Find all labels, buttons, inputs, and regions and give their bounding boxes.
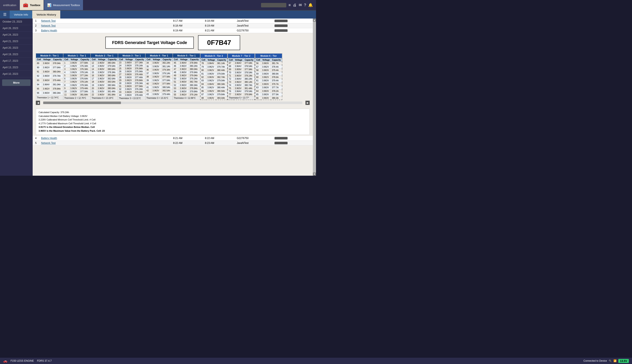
cell-num: 76 bbox=[228, 90, 234, 93]
col-voltage: Voltage bbox=[69, 58, 79, 61]
sidebar-item-3[interactable]: April 21, 2023 bbox=[0, 38, 33, 45]
cell-voltage: 3.963V bbox=[97, 80, 106, 84]
cell-voltage: 3.963V bbox=[124, 64, 134, 67]
cell-voltage: 3.962V bbox=[179, 84, 189, 86]
cell-num: 81 bbox=[200, 72, 206, 76]
col-capacity: Capacity bbox=[52, 58, 63, 61]
sidebar-item-6[interactable]: April 17, 2023 bbox=[0, 58, 33, 64]
modules-container: Module 9 : Tier 1 Cell Voltage Capacity … bbox=[36, 53, 310, 100]
module-row: 6 3.963V 376.6Ah bbox=[64, 77, 90, 80]
scroll-up-btn[interactable]: ▲ bbox=[313, 18, 316, 22]
module-row: 53 3.963V 378.8Ah bbox=[173, 87, 200, 90]
cell-num: 56 bbox=[255, 62, 261, 65]
vehicle-history-tab[interactable]: Vehicle History bbox=[32, 10, 60, 18]
cell-capacity: 382.6Ah bbox=[106, 77, 118, 80]
scroll-left-btn[interactable]: ◀ bbox=[36, 101, 40, 105]
cell-capacity: 380.2Ah bbox=[189, 64, 200, 68]
row-email: __________ bbox=[272, 24, 313, 28]
cell-num: 36 bbox=[146, 68, 152, 72]
scroll-right-btn[interactable]: ▶ bbox=[306, 101, 310, 105]
cell-capacity: 382.2Ah bbox=[161, 61, 172, 65]
cell-voltage: 3.964V bbox=[179, 61, 189, 64]
horizontal-scrollbar[interactable] bbox=[43, 102, 302, 104]
cell-capacity: 378.9Ah bbox=[189, 61, 200, 64]
cell-num: 10 bbox=[64, 90, 70, 93]
col-cell: Cell bbox=[200, 58, 206, 62]
cell-num: 73 bbox=[228, 80, 234, 84]
module-table-1: Module 1 : Tier 1 Cell Voltage Capacity … bbox=[63, 53, 90, 100]
sidebar-item-7[interactable]: April 13, 2023 bbox=[0, 64, 33, 71]
cell-voltage: 3.963V bbox=[179, 77, 189, 80]
cell-voltage: 3.963V bbox=[69, 93, 79, 96]
cell-voltage: 3.962V bbox=[97, 84, 106, 86]
cell-voltage: 3.963V bbox=[42, 91, 52, 95]
stats-section: Calculated Capacity: 379.2Ah Calculated … bbox=[36, 109, 310, 135]
row-test[interactable]: Network Test bbox=[39, 140, 87, 145]
module-row: 35 3.963V 381.1Ah bbox=[146, 65, 173, 68]
bell-icon[interactable]: 🔔 bbox=[308, 3, 313, 7]
cell-num: 69 bbox=[228, 68, 234, 71]
col-voltage: Voltage bbox=[152, 58, 161, 61]
cell-num: 4 bbox=[64, 71, 70, 74]
scroll-down-btn[interactable]: ▼ bbox=[313, 172, 316, 176]
cell-voltage: 3.963V bbox=[124, 76, 134, 79]
sidebar-item-4[interactable]: April 20, 2023 bbox=[0, 45, 33, 51]
cell-voltage: 3.962V bbox=[261, 65, 271, 68]
cell-capacity: 379.4Ah bbox=[161, 92, 172, 96]
sidebar-item-5[interactable]: April 19, 2023 bbox=[0, 51, 33, 58]
row-test[interactable]: Network Test bbox=[39, 18, 87, 24]
cell-capacity: 378.8Ah bbox=[189, 87, 200, 90]
cell-voltage: 3.962V bbox=[179, 74, 189, 77]
cell-voltage: 3.963V bbox=[42, 61, 52, 66]
toolbox-tab[interactable]: 🧰 Toolbox bbox=[20, 0, 44, 10]
measurement-tab[interactable]: 📊 Measurement Toolbox bbox=[44, 0, 83, 10]
module-row: 70 3.963V 378.5Ah bbox=[228, 71, 255, 74]
cell-capacity: 380.4Ah bbox=[216, 68, 227, 72]
print-icon[interactable]: 🖨 bbox=[293, 3, 296, 7]
sidebar-item-0[interactable]: October 23, 2023 bbox=[0, 18, 33, 25]
cell-capacity: 375.9Ah bbox=[134, 70, 145, 73]
cell-num: 87 bbox=[200, 93, 206, 96]
email-icon[interactable]: ✉ bbox=[299, 3, 302, 7]
cell-num: 42 bbox=[146, 89, 152, 93]
vehicle-info-tab[interactable]: Vehicle Info bbox=[10, 10, 32, 18]
cell-capacity: 380.3Ah bbox=[216, 82, 227, 86]
row-spacer bbox=[87, 28, 171, 33]
cell-voltage: 3.959V bbox=[234, 68, 244, 71]
row-test[interactable]: Network Test bbox=[39, 24, 87, 28]
menu-icon[interactable]: ≡ bbox=[288, 3, 291, 7]
module-row: 63 3.963V 377.7A bbox=[255, 86, 282, 89]
cell-capacity: 377.4Ah bbox=[134, 76, 145, 79]
module-row: 21 3.963V 381.4Ah bbox=[91, 90, 118, 93]
cell-num: 1 bbox=[64, 61, 70, 64]
module-row: 36 3.963V 379.3Ah bbox=[146, 68, 173, 72]
fdrs-header: FDRS Generated Target Voltage Code 0F7B4… bbox=[36, 35, 310, 50]
module-row: 66 3.963V 380.3A bbox=[255, 96, 282, 100]
sidebar-item-1[interactable]: April 26, 2023 bbox=[0, 25, 33, 32]
col-cell: Cell bbox=[118, 58, 124, 61]
cell-capacity: 379.4A bbox=[271, 68, 282, 72]
sidebar-item-2[interactable]: April 24, 2023 bbox=[0, 32, 33, 38]
row-test[interactable]: Battery Health bbox=[39, 136, 87, 141]
module-row: 82 3.963V 382.7Ah bbox=[200, 76, 227, 79]
sidebar: October 23, 2023 April 26, 2023 April 24… bbox=[0, 18, 33, 176]
module-row: 4 3.962V 378.1Ah bbox=[64, 71, 90, 74]
cell-capacity: 383.0Ah bbox=[216, 96, 227, 100]
cell-capacity: 377.9Ah bbox=[161, 75, 172, 79]
help-icon[interactable]: ? bbox=[304, 3, 306, 7]
cell-capacity: 377.9Ah bbox=[244, 68, 255, 71]
cell-capacity: 379.9Ah bbox=[189, 71, 200, 74]
cell-num: 62 bbox=[255, 82, 261, 86]
row-num: 2 bbox=[33, 24, 39, 28]
module-row: 46 3.962V 380.2Ah bbox=[173, 64, 200, 68]
row-test[interactable]: Battery Health bbox=[39, 28, 87, 33]
cell-capacity: 377.0Ah bbox=[161, 78, 172, 82]
sidebar-item-8[interactable]: April 10, 2023 bbox=[0, 71, 33, 77]
cell-num: 84 bbox=[200, 82, 206, 86]
module-row: 5 3.963V 377.2Ah bbox=[64, 74, 90, 77]
row-start: 8:19 AM bbox=[171, 28, 203, 33]
more-button[interactable]: More bbox=[2, 80, 30, 86]
module-table-7: Module 7 : Tier 2 Cell Voltage Capacity … bbox=[228, 53, 255, 100]
sidebar-toggle[interactable]: ☰ bbox=[0, 10, 10, 18]
module-table-6: Module 8 : Tier 2 Cell Voltage Capacity … bbox=[200, 53, 228, 100]
